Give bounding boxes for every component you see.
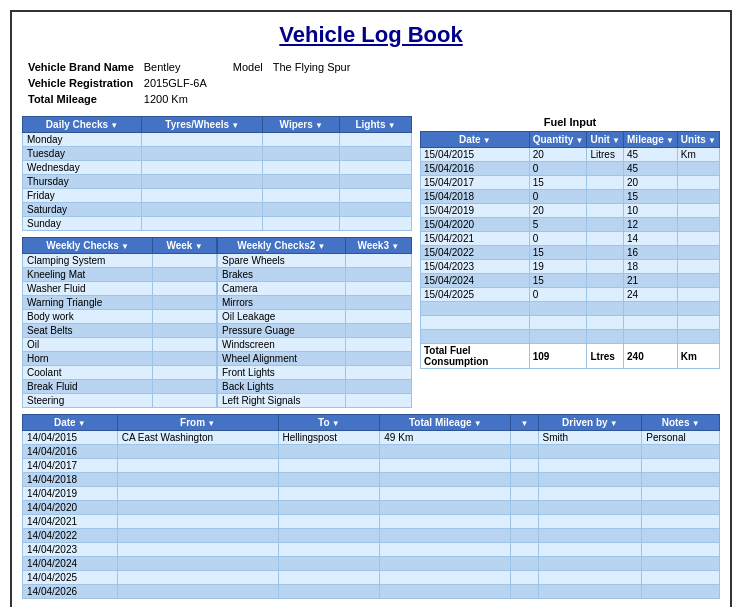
log-col-to[interactable]: To [278,415,380,431]
weekly-col1[interactable]: Week [153,238,217,254]
weekly-right-row: Windscreen [218,338,412,352]
daily-checks-row: Tuesday [23,147,412,161]
daily-checks-cell [263,217,340,231]
fuel-row: 15/04/20192010 [421,204,720,218]
weekly-left-cell: Body work [23,310,153,324]
fuel-col-units[interactable]: Units [677,132,719,148]
log-cell [642,529,720,543]
log-col-driver[interactable]: Driven by [538,415,642,431]
mileage-value: 1200 Km [140,92,211,106]
log-cell [380,543,511,557]
vehicle-info-left: Vehicle Brand Name Bentley Model The Fly… [22,58,720,108]
weekly-left-row: Warning Triangle [23,296,217,310]
log-col-extra[interactable] [511,415,538,431]
weekly-col2[interactable]: Weekly Checks2 [218,238,346,254]
log-cell: 14/04/2023 [23,543,118,557]
weekly-checks-grid: Weekly Checks Week Clamping SystemKneeli… [22,237,412,408]
log-cell [117,501,278,515]
weekly-left-row: Horn [23,352,217,366]
fuel-cell [529,302,587,316]
fuel-input-title: Fuel Input [420,116,720,128]
fuel-col-quantity[interactable]: Quantity [529,132,587,148]
right-section: Fuel Input Date Quantity Unit Mileage Un… [420,116,720,408]
weekly-table-right: Weekly Checks2 Week3 Spare WheelsBrakesC… [217,237,412,408]
weekly-left-row: Washer Fluid [23,282,217,296]
log-cell [538,445,642,459]
fuel-cell [421,302,530,316]
log-cell [380,487,511,501]
log-row: 14/04/2022 [23,529,720,543]
log-cell [278,585,380,599]
log-cell [511,515,538,529]
log-cell [511,487,538,501]
daily-checks-col2[interactable]: Wipers [263,117,340,133]
fuel-cell [677,260,719,274]
fuel-cell: 45 [624,148,678,162]
page-title: Vehicle Log Book [22,22,720,48]
log-cell: 14/04/2024 [23,557,118,571]
weekly-left-cell: Seat Belts [23,324,153,338]
daily-checks-row: Wednesday [23,161,412,175]
daily-checks-cell: Friday [23,189,142,203]
weekly-left-cell [153,366,217,380]
fuel-cell: 16 [624,246,678,260]
log-cell: Personal [642,431,720,445]
fuel-table: Date Quantity Unit Mileage Units 15/04/2… [420,131,720,369]
daily-checks-cell: Monday [23,133,142,147]
log-row: 14/04/2019 [23,487,720,501]
log-col-from[interactable]: From [117,415,278,431]
log-row: 14/04/2024 [23,557,720,571]
weekly-left-row: Kneeling Mat [23,268,217,282]
log-cell [278,473,380,487]
daily-checks-col1[interactable]: Tyres/Wheels [142,117,263,133]
weekly-right-cell [345,282,411,296]
log-cell [642,459,720,473]
log-cell [117,445,278,459]
weekly-right-cell: Mirrors [218,296,346,310]
fuel-cell: 0 [529,162,587,176]
weekly-col0[interactable]: Weekly Checks [23,238,153,254]
log-cell: 14/04/2022 [23,529,118,543]
brand-label: Vehicle Brand Name [24,60,138,74]
log-cell: 14/04/2025 [23,571,118,585]
log-col-date[interactable]: Date [23,415,118,431]
daily-checks-cell [142,203,263,217]
daily-checks-cell: Thursday [23,175,142,189]
daily-checks-cell [340,161,412,175]
weekly-left-cell [153,282,217,296]
fuel-cell [677,176,719,190]
fuel-col-mileage[interactable]: Mileage [624,132,678,148]
fuel-col-unit[interactable]: Unit [587,132,624,148]
daily-checks-col0[interactable]: Daily Checks [23,117,142,133]
log-cell [538,557,642,571]
log-cell [117,515,278,529]
weekly-right-cell [345,268,411,282]
log-cell [117,459,278,473]
daily-checks-row: Friday [23,189,412,203]
daily-checks-cell [263,161,340,175]
daily-checks-col3[interactable]: Lights [340,117,412,133]
daily-checks-cell [340,175,412,189]
weekly-left-row: Oil [23,338,217,352]
log-cell [117,585,278,599]
log-cell: 14/04/2020 [23,501,118,515]
fuel-cell: 15/04/2020 [421,218,530,232]
log-cell: 14/04/2015 [23,431,118,445]
fuel-cell [677,218,719,232]
fuel-total-quantity: 109 [529,344,587,369]
registration-label: Vehicle Registration [24,76,138,90]
log-col-notes[interactable]: Notes [642,415,720,431]
weekly-right-row: Pressure Guage [218,324,412,338]
log-cell [511,543,538,557]
weekly-col3[interactable]: Week3 [345,238,411,254]
daily-checks-cell [263,189,340,203]
fuel-cell [529,330,587,344]
weekly-right-cell: Wheel Alignment [218,352,346,366]
log-cell [538,543,642,557]
log-col-mileage[interactable]: Total Mileage [380,415,511,431]
weekly-left-cell: Coolant [23,366,153,380]
weekly-left-cell: Break Fluid [23,380,153,394]
fuel-cell: 24 [624,288,678,302]
fuel-col-date[interactable]: Date [421,132,530,148]
daily-checks-cell [263,147,340,161]
